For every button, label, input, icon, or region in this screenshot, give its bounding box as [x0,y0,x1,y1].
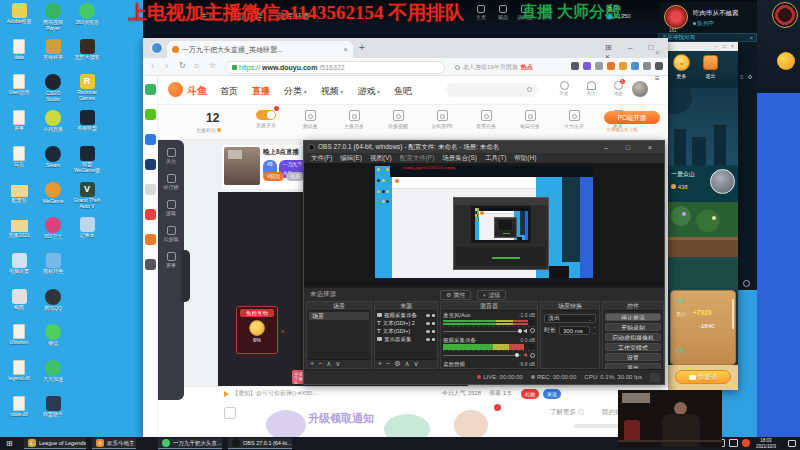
douyu-brand[interactable]: 斗鱼 [187,84,207,98]
toolbar-item[interactable]: 直播开关 [244,110,288,129]
home-icon[interactable]: ⌂ [194,61,199,70]
extension-icon[interactable] [655,62,663,70]
scenes-panel-toolbar[interactable]: +−∧∨ [307,359,371,368]
side-toolbar-icon[interactable] [145,134,156,145]
toolbar-item[interactable]: 全民星PK [420,110,464,129]
send-button[interactable]: 发送 [543,389,561,399]
search-icon[interactable] [748,75,752,79]
obs-menu-item[interactable]: 配置文件(P) [396,154,439,163]
gear-icon[interactable] [530,328,535,333]
desktop-icon[interactable]: 天天加速 [38,360,68,393]
side-toolbar-icon[interactable] [145,159,156,170]
volume-slider-row[interactable] [443,328,535,335]
page-menu-icon[interactable]: ≡ [655,74,660,83]
desktop-icon[interactable]: 小鸡直播 [38,110,68,143]
page-close-icon[interactable]: × [655,48,660,57]
pc-broadcast-button[interactable]: PC端开播 [604,111,660,124]
taskbar-button[interactable]: 一万九千把大头直... [158,438,222,449]
browser-home-icon[interactable] [151,42,163,54]
extension-icon[interactable] [607,62,615,70]
obs-menu-item[interactable]: 工具(T) [481,154,510,163]
url-bar[interactable]: https://www.douyu.com/516322 [225,61,445,74]
douyu-nav-item[interactable]: 首页 [220,85,238,98]
desktop-icon[interactable]: 电脑设置 [4,253,34,286]
extension-icon[interactable] [631,62,639,70]
desktop-icon[interactable]: 图标转换 [38,253,68,286]
lock-icon[interactable] [432,322,436,325]
muted-speaker-icon[interactable] [523,353,527,357]
source-item[interactable]: T文本(GDI+) 2 [375,319,437,327]
control-button-4[interactable]: 设置 [605,353,661,362]
douyu-nav-item[interactable]: 鱼吧 [394,85,412,98]
source-item[interactable]: 视频采集设备 [375,311,437,319]
duration-spinner[interactable]: ⌃⌄ [593,327,596,335]
sources-panel-toolbar[interactable]: +−⚙∧∨ [375,359,437,368]
more-button[interactable]: ⌄ [673,54,690,71]
transition-select[interactable]: 淡出⌄ [544,314,596,323]
desktop-icon[interactable]: Steam [38,146,68,179]
banner-grid-icon[interactable] [224,407,236,419]
taskbar-button[interactable]: OBS 27.0.1 (64-bi... [228,438,292,449]
gear-icon[interactable] [530,353,535,358]
desktop-icon[interactable]: 赛事 [4,110,34,143]
obs-menu-item[interactable]: 场景集合(S) [438,154,481,163]
control-button-1[interactable]: 开始录制 [605,323,661,332]
properties-button[interactable]: ⚙ 属性 [440,290,471,300]
toolbar-item[interactable]: 火力全开 [552,110,596,129]
visibility-eye-icon[interactable] [426,314,430,317]
douyu-sidebar-item[interactable]: 关注 [158,148,184,164]
taskbar-button[interactable]: LLeague of Legends [24,438,86,449]
reload-icon[interactable]: ↻ [179,61,186,70]
filters-button[interactable]: ◐ 滤镜 [477,290,506,300]
side-toolbar-icon[interactable] [145,209,156,220]
toolbar-item[interactable]: 测试麦 [288,110,332,129]
side-toolbar-icon[interactable] [145,109,156,120]
douyu-sidebar-item[interactable]: 排行榜 [158,174,184,190]
sidebar-collapse-handle[interactable] [181,250,190,302]
desktop-icon[interactable]: CSGO Studio [38,74,68,107]
side-toolbar-icon[interactable] [145,234,156,245]
tray-network-icon[interactable] [729,439,738,447]
slider-knob[interactable] [515,353,519,357]
desktop-icon[interactable]: 记事本 [72,217,102,250]
douyu-logo-icon[interactable] [168,82,183,97]
side-toolbar-icon[interactable] [145,259,156,270]
douyu-nav-item[interactable]: 直播 [252,85,270,98]
desktop-icon[interactable]: legend.dll [4,360,34,393]
matchmaking-close-icon[interactable]: × [749,35,753,41]
speaker-icon[interactable] [523,329,527,333]
control-button-stop-stream[interactable]: 停止推流 [605,313,661,322]
desktop-icon[interactable]: data [4,39,34,72]
friends-list-icon[interactable]: ≡ [740,74,744,80]
desktop-icon[interactable]: 360浏览器 [72,3,102,36]
toolbar-item[interactable]: 开播提醒 [376,110,420,129]
toolbar-item[interactable]: 星秀任务 [464,110,508,129]
obs-menu-item[interactable]: 文件(F) [307,154,336,163]
desktop-icon[interactable]: 荒野大镖客 [72,39,102,72]
duration-input[interactable]: 300 ms [559,326,590,335]
toolbar-item[interactable]: 每日任务 [508,110,552,129]
control-button-2[interactable]: 启动虚拟摄像机 [605,333,661,342]
desktop-icon[interactable]: Ubroken [4,324,34,357]
bookmark-star-icon[interactable]: ☆ [209,61,216,70]
extension-icon[interactable] [583,62,591,70]
obs-menu-item[interactable]: 帮助(H) [510,154,540,163]
side-toolbar-icon[interactable] [145,184,156,195]
new-tab-button[interactable]: + [359,42,365,53]
quick-chat-button[interactable]: 快捷语 [675,370,731,384]
desktop-icon[interactable]: User说明 [4,74,34,107]
lock-icon[interactable] [432,314,436,317]
desktop-icon[interactable]: 联盟助手 [38,396,68,429]
obs-menu-item[interactable]: 视图(V) [366,154,396,163]
douyu-search-box[interactable] [446,83,538,97]
control-button-3[interactable]: 工作室模式 [605,343,661,352]
desktop-icon[interactable]: VGrand Theft Auto V [72,182,102,215]
lock-icon[interactable] [432,338,436,341]
stream-card[interactable]: 晚上8点直播 49一万九千把大头 V陪玩包房 [222,145,314,189]
taskbar-clock[interactable]: 18:032021/10/3 [748,438,784,449]
douyu-user-icon[interactable]: 关注 [583,81,599,96]
floating-widget-icon[interactable] [777,52,795,70]
obs-menu-item[interactable]: 编辑(E) [336,154,366,163]
douyu-user-icon[interactable]: 1消息 [610,81,626,96]
desktop-icon[interactable]: 联盟WeGame版 [72,146,102,179]
